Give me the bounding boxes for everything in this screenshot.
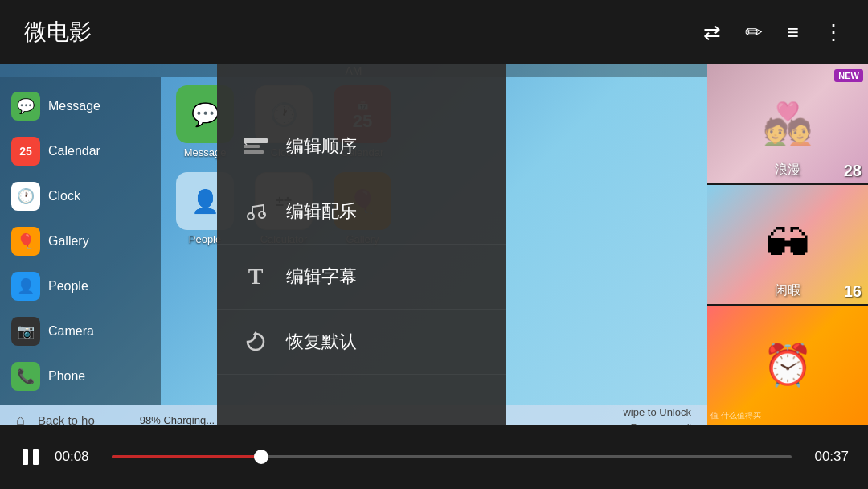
message-icon: 💬 xyxy=(11,92,40,121)
sidebar-label-message: Message xyxy=(48,99,100,113)
phone-icon: 📞 xyxy=(11,362,40,391)
current-time: 00:08 xyxy=(55,449,99,465)
new-badge: NEW xyxy=(834,69,863,82)
svg-rect-0 xyxy=(244,138,268,143)
clock-art-icon: ⏰ xyxy=(763,342,813,388)
app-title: 微电影 xyxy=(24,17,703,47)
top-bar: 微电影 ⇄ ✏ ≡ ⋮ xyxy=(0,0,868,64)
svg-rect-1 xyxy=(244,145,260,148)
sidebar-label-clock: Clock xyxy=(48,189,80,203)
save-icon[interactable]: ≡ xyxy=(787,20,799,45)
end-time: 00:37 xyxy=(805,449,849,465)
sidebar-label-camera: Camera xyxy=(48,324,94,339)
video-area: AM 💬 Message 25 Calendar 🕐 Clo xyxy=(0,64,707,425)
player-controls: 00:08 00:37 xyxy=(0,425,868,489)
edit-music-label: 编辑配乐 xyxy=(286,199,357,224)
phone-sidebar: 💬 Message 25 Calendar 🕐 Clock 🎈 Gallery xyxy=(0,77,161,405)
sidebar-item-people: 👤 People xyxy=(0,264,161,309)
sidebar-item-message: 💬 Message xyxy=(0,84,161,129)
svg-rect-6 xyxy=(33,449,39,465)
progress-fill xyxy=(112,455,261,458)
shuffle-icon[interactable]: ⇄ xyxy=(703,20,721,45)
sidebar-item-calendar: 25 Calendar xyxy=(0,129,161,174)
sidebar-item-clock: 🕐 Clock xyxy=(0,174,161,219)
main-area: AM 💬 Message 25 Calendar 🕐 Clo xyxy=(0,64,868,425)
calendar-icon: 25 xyxy=(11,137,40,166)
romance-label: 浪漫 xyxy=(707,162,868,179)
edit-order-icon xyxy=(241,132,270,161)
menu-item-restore-default[interactable]: 恢复默认 xyxy=(217,310,506,375)
thumb-leisure[interactable]: 🕶 16 闲暇 xyxy=(707,185,868,304)
pause-button[interactable] xyxy=(19,446,42,468)
right-panel: 💑 NEW 28 浪漫 🕶 16 闲暇 ⏰ 值 什么值得买 xyxy=(707,64,868,425)
sidebar-item-gallery: 🎈 Gallery xyxy=(0,219,161,264)
unlock-text: wipe to Unlockor name or Emergency call xyxy=(586,405,691,425)
sunglasses-art: 🕶 xyxy=(765,219,810,271)
sidebar-label-people: People xyxy=(48,279,88,294)
more-icon[interactable]: ⋮ xyxy=(823,20,844,45)
sidebar-label-calendar: Calendar xyxy=(48,144,100,158)
restore-default-label: 恢复默认 xyxy=(286,330,357,354)
sidebar-item-camera: 📷 Camera xyxy=(0,309,161,354)
gallery-icon: 🎈 xyxy=(11,227,40,256)
home-icon: ⌂ xyxy=(16,412,25,425)
thumb-romance[interactable]: 💑 NEW 28 浪漫 xyxy=(707,64,868,183)
back-to-home-text: Back to ho xyxy=(38,413,95,425)
svg-rect-5 xyxy=(23,449,28,465)
people-icon: 👤 xyxy=(11,272,40,301)
progress-thumb[interactable] xyxy=(254,450,268,464)
charging-text: 98% Charging... xyxy=(140,414,215,425)
edit-subtitle-label: 编辑字幕 xyxy=(286,265,357,289)
sidebar-label-phone: Phone xyxy=(48,369,85,384)
thumb-clock[interactable]: ⏰ 值 什么值得买 xyxy=(707,306,868,425)
menu-item-edit-order[interactable]: 编辑顺序 xyxy=(217,114,506,179)
toolbar-icons: ⇄ ✏ ≡ ⋮ xyxy=(703,20,844,45)
edit-order-label: 编辑顺序 xyxy=(286,134,357,158)
context-menu: 编辑顺序 编辑配乐 T 编辑字幕 xyxy=(217,64,506,425)
clock-icon: 🕐 xyxy=(11,182,40,211)
edit-music-icon xyxy=(241,197,270,226)
leisure-label: 闲暇 xyxy=(707,282,868,299)
clock-bg: ⏰ xyxy=(707,306,868,425)
menu-item-edit-subtitle[interactable]: T 编辑字幕 xyxy=(217,244,506,310)
restore-default-icon xyxy=(241,327,270,356)
edit-subtitle-icon: T xyxy=(241,262,270,291)
svg-rect-2 xyxy=(244,150,264,154)
edit-icon[interactable]: ✏ xyxy=(745,20,763,45)
camera-icon: 📷 xyxy=(11,317,40,346)
menu-item-edit-music[interactable]: 编辑配乐 xyxy=(217,179,506,244)
sidebar-label-gallery: Gallery xyxy=(48,234,89,249)
progress-bar[interactable] xyxy=(112,455,792,458)
watermark: 值 什么值得买 xyxy=(710,410,761,421)
sidebar-item-phone: 📞 Phone xyxy=(0,354,161,399)
